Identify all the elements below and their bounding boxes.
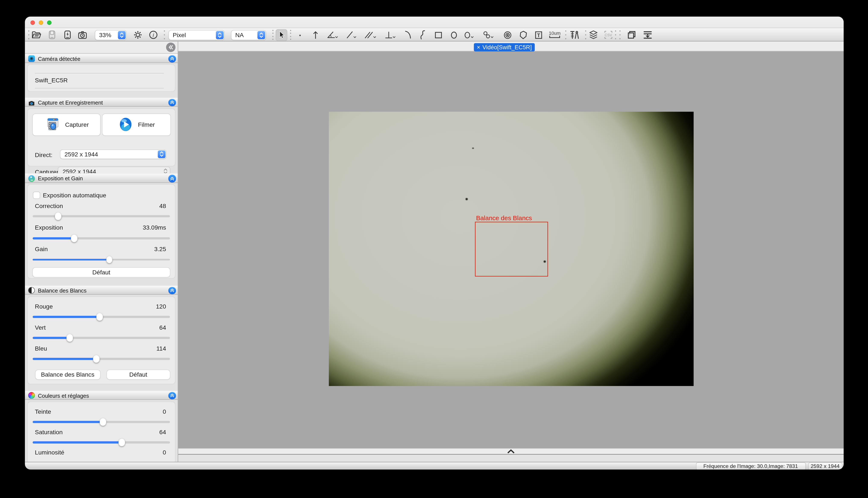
layers-button[interactable]	[587, 29, 600, 41]
record-button[interactable]: Filmer	[102, 114, 170, 135]
camera-name[interactable]: Swift_EC5R	[35, 77, 68, 83]
red-slider[interactable]	[33, 313, 170, 320]
parallel-lines-measure-button[interactable]	[363, 29, 377, 41]
scale-bar-button[interactable]: 10um	[547, 29, 562, 41]
copy-button[interactable]	[625, 29, 638, 41]
live-resolution-select[interactable]: 2592 x 1944	[60, 149, 166, 159]
stepper-icon[interactable]	[216, 31, 224, 39]
slider-thumb[interactable]	[118, 438, 125, 446]
info-button[interactable]: i	[147, 29, 160, 41]
pointer-tool-selected[interactable]	[275, 29, 287, 41]
gain-label: Gain	[35, 246, 48, 252]
exposure-slider[interactable]	[33, 234, 170, 242]
export-button[interactable]	[641, 29, 654, 41]
point-icon	[294, 29, 305, 40]
collapse-sidebar-button[interactable]	[166, 43, 176, 52]
collapse-section-button[interactable]	[168, 175, 176, 182]
white-balance-default-button[interactable]: Défaut	[106, 370, 170, 379]
collapse-section-button[interactable]	[168, 287, 176, 294]
concentric-circles-measure-button[interactable]	[501, 29, 514, 41]
caliper-icon	[569, 29, 580, 40]
tab-close-icon[interactable]: ×	[477, 43, 480, 51]
timed-capture-button[interactable]	[76, 29, 89, 41]
arrow-measure-button[interactable]	[309, 29, 322, 41]
auto-exposure-checkbox[interactable]	[33, 192, 39, 198]
settings-button[interactable]	[131, 29, 144, 41]
section-title: Exposition et Gain	[38, 174, 83, 183]
slider-thumb[interactable]	[100, 418, 106, 425]
slider-thumb[interactable]	[97, 313, 103, 320]
polygon-measure-button[interactable]	[516, 29, 529, 41]
white-balance-button[interactable]: Balance des Blancs	[36, 370, 100, 379]
slider-thumb[interactable]	[66, 334, 73, 341]
perpendicular-measure-button[interactable]	[383, 29, 397, 41]
double-chevron-up-icon	[170, 56, 174, 61]
open-folder-icon	[31, 29, 42, 40]
slider-thumb[interactable]	[93, 355, 100, 363]
record-video-icon	[118, 117, 134, 132]
unit-select[interactable]: Pixel	[169, 30, 224, 39]
webcam-icon	[28, 55, 35, 62]
slider-fill	[33, 237, 74, 239]
linked-circles-measure-button[interactable]	[482, 29, 495, 41]
slider-fill	[33, 421, 103, 423]
close-window-button[interactable]	[30, 20, 35, 25]
gain-slider[interactable]	[33, 255, 170, 263]
zoom-level-select[interactable]: 33%	[95, 30, 126, 39]
slider-thumb[interactable]	[71, 235, 77, 242]
correction-slider[interactable]	[33, 212, 170, 220]
auto-exposure-label: Exposition automatique	[43, 192, 106, 198]
line-measure-button[interactable]	[345, 29, 358, 41]
section-header-camera[interactable]: Caméra détectée	[25, 53, 178, 63]
flash-capture-button[interactable]	[61, 29, 74, 41]
live-resolution-value: 2592 x 1944	[64, 149, 98, 159]
section-header-exposure[interactable]: Exposition et Gain	[25, 173, 178, 183]
curve-icon	[417, 29, 428, 40]
stepper-icon[interactable]	[118, 31, 126, 39]
exposure-default-button[interactable]: Défaut	[33, 267, 170, 277]
collapse-section-button[interactable]	[168, 392, 176, 399]
section-title: Caméra détectée	[38, 54, 80, 63]
slider-thumb[interactable]	[55, 212, 62, 220]
section-header-white-balance[interactable]: Balance des Blancs	[25, 285, 178, 294]
slider-fill	[33, 441, 122, 443]
open-folder-button[interactable]	[30, 29, 43, 41]
minimize-window-button[interactable]	[38, 20, 43, 25]
stepper-icon[interactable]	[158, 150, 165, 158]
fullscreen-window-button[interactable]	[47, 20, 51, 25]
angle-measure-button[interactable]	[326, 29, 339, 41]
text-annotation-button[interactable]: T	[532, 29, 545, 41]
rectangle-measure-button[interactable]	[432, 29, 445, 41]
capture-button[interactable]: Capturer	[33, 114, 100, 135]
collapse-section-button[interactable]	[168, 55, 176, 63]
save-button[interactable]	[45, 29, 58, 41]
na-select[interactable]: NA	[231, 30, 266, 39]
blue-slider[interactable]	[33, 355, 170, 363]
brightness-value: 0	[163, 449, 166, 455]
point-measure-button[interactable]	[293, 29, 306, 41]
collapse-section-button[interactable]	[168, 99, 176, 106]
arc-icon	[402, 29, 413, 40]
bottom-panel-toggle[interactable]	[178, 448, 843, 455]
measurement-settings-button[interactable]	[568, 29, 581, 41]
video-canvas[interactable]: Balance des Blancs	[178, 51, 843, 448]
tab-video[interactable]: × Vidéo[Swift_EC5R]	[474, 43, 535, 51]
stepper-icon[interactable]	[257, 31, 265, 39]
circle-measure-button[interactable]	[462, 29, 475, 41]
section-header-color[interactable]: Couleurs et réglages	[25, 390, 178, 400]
section-header-capture[interactable]: Capture et Enregistrement	[25, 97, 178, 107]
svg-text:T: T	[537, 32, 540, 38]
hue-slider[interactable]	[33, 418, 170, 425]
arc-measure-button[interactable]	[401, 29, 414, 41]
toolbar-separator	[565, 30, 567, 39]
green-slider[interactable]	[33, 334, 170, 341]
live-video-frame[interactable]: Balance des Blancs	[329, 112, 694, 386]
camera-icon	[28, 99, 35, 106]
curve-measure-button[interactable]	[416, 29, 429, 41]
white-balance-roi-rect[interactable]	[475, 222, 548, 276]
slider-thumb[interactable]	[106, 256, 113, 263]
slider-track[interactable]	[33, 215, 170, 217]
csv-export-button[interactable]: CSV	[601, 29, 615, 41]
saturation-slider[interactable]	[33, 438, 170, 446]
ellipse-measure-button[interactable]	[447, 29, 460, 41]
